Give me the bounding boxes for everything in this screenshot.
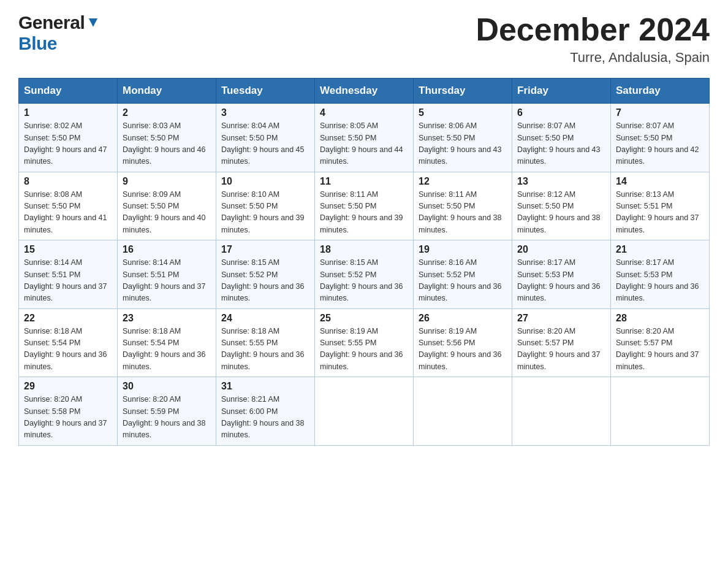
weekday-header-row: SundayMondayTuesdayWednesdayThursdayFrid… bbox=[19, 79, 710, 104]
day-info: Sunrise: 8:11 AMSunset: 5:50 PMDaylight:… bbox=[419, 190, 502, 234]
day-info: Sunrise: 8:08 AMSunset: 5:50 PMDaylight:… bbox=[24, 190, 107, 234]
day-info: Sunrise: 8:03 AMSunset: 5:50 PMDaylight:… bbox=[123, 121, 206, 166]
day-number: 26 bbox=[419, 313, 507, 324]
day-info: Sunrise: 8:04 AMSunset: 5:50 PMDaylight:… bbox=[221, 121, 305, 166]
calendar-week-row: 15 Sunrise: 8:14 AMSunset: 5:51 PMDaylig… bbox=[19, 240, 710, 309]
calendar-day-cell: 24 Sunrise: 8:18 AMSunset: 5:55 PMDaylig… bbox=[216, 308, 315, 377]
day-info: Sunrise: 8:15 AMSunset: 5:52 PMDaylight:… bbox=[221, 258, 305, 302]
day-number: 25 bbox=[320, 313, 408, 324]
day-info: Sunrise: 8:07 AMSunset: 5:50 PMDaylight:… bbox=[517, 121, 601, 166]
logo-arrow-icon bbox=[86, 16, 100, 32]
day-number: 28 bbox=[616, 313, 704, 324]
day-info: Sunrise: 8:09 AMSunset: 5:50 PMDaylight:… bbox=[123, 190, 206, 234]
calendar-body: 1 Sunrise: 8:02 AMSunset: 5:50 PMDayligh… bbox=[19, 104, 710, 446]
calendar-day-cell: 11 Sunrise: 8:11 AMSunset: 5:50 PMDaylig… bbox=[315, 172, 414, 240]
calendar-day-cell: 20 Sunrise: 8:17 AMSunset: 5:53 PMDaylig… bbox=[512, 240, 611, 309]
day-info: Sunrise: 8:20 AMSunset: 5:57 PMDaylight:… bbox=[517, 327, 601, 371]
day-info: Sunrise: 8:20 AMSunset: 5:57 PMDaylight:… bbox=[616, 327, 699, 371]
day-info: Sunrise: 8:14 AMSunset: 5:51 PMDaylight:… bbox=[24, 258, 107, 302]
calendar-day-cell: 14 Sunrise: 8:13 AMSunset: 5:51 PMDaylig… bbox=[611, 172, 710, 240]
calendar-day-cell: 1 Sunrise: 8:02 AMSunset: 5:50 PMDayligh… bbox=[19, 104, 118, 172]
calendar-day-cell bbox=[611, 377, 710, 446]
day-number: 5 bbox=[419, 107, 507, 118]
calendar-day-cell: 9 Sunrise: 8:09 AMSunset: 5:50 PMDayligh… bbox=[118, 172, 216, 240]
weekday-header-sunday: Sunday bbox=[19, 79, 118, 104]
day-number: 22 bbox=[24, 313, 112, 324]
day-number: 3 bbox=[221, 107, 309, 118]
day-number: 2 bbox=[123, 107, 211, 118]
logo-general-text: General bbox=[18, 12, 85, 33]
weekday-header-tuesday: Tuesday bbox=[216, 79, 315, 104]
calendar-day-cell: 26 Sunrise: 8:19 AMSunset: 5:56 PMDaylig… bbox=[414, 308, 512, 377]
day-number: 19 bbox=[419, 244, 507, 255]
calendar-day-cell: 22 Sunrise: 8:18 AMSunset: 5:54 PMDaylig… bbox=[19, 308, 118, 377]
day-number: 29 bbox=[24, 381, 112, 392]
day-number: 20 bbox=[517, 244, 605, 255]
calendar-day-cell: 8 Sunrise: 8:08 AMSunset: 5:50 PMDayligh… bbox=[19, 172, 118, 240]
calendar-day-cell: 23 Sunrise: 8:18 AMSunset: 5:54 PMDaylig… bbox=[118, 308, 216, 377]
calendar-day-cell: 5 Sunrise: 8:06 AMSunset: 5:50 PMDayligh… bbox=[414, 104, 512, 172]
month-title: December 2024 bbox=[476, 12, 710, 47]
day-info: Sunrise: 8:18 AMSunset: 5:55 PMDaylight:… bbox=[221, 327, 305, 371]
day-info: Sunrise: 8:13 AMSunset: 5:51 PMDaylight:… bbox=[616, 190, 699, 234]
day-info: Sunrise: 8:15 AMSunset: 5:52 PMDaylight:… bbox=[320, 258, 403, 302]
day-number: 16 bbox=[123, 244, 211, 255]
calendar-day-cell: 29 Sunrise: 8:20 AMSunset: 5:58 PMDaylig… bbox=[19, 377, 118, 446]
weekday-header-saturday: Saturday bbox=[611, 79, 710, 104]
day-info: Sunrise: 8:14 AMSunset: 5:51 PMDaylight:… bbox=[123, 258, 206, 302]
day-number: 21 bbox=[616, 244, 704, 255]
calendar-week-row: 1 Sunrise: 8:02 AMSunset: 5:50 PMDayligh… bbox=[19, 104, 710, 172]
day-info: Sunrise: 8:20 AMSunset: 5:58 PMDaylight:… bbox=[24, 395, 107, 439]
title-block: December 2024 Turre, Andalusia, Spain bbox=[476, 12, 710, 66]
calendar-header: SundayMondayTuesdayWednesdayThursdayFrid… bbox=[19, 79, 710, 104]
calendar-day-cell: 13 Sunrise: 8:12 AMSunset: 5:50 PMDaylig… bbox=[512, 172, 611, 240]
day-number: 10 bbox=[221, 176, 309, 187]
day-info: Sunrise: 8:18 AMSunset: 5:54 PMDaylight:… bbox=[24, 327, 107, 371]
logo-blue-text: Blue bbox=[18, 33, 57, 53]
day-number: 8 bbox=[24, 176, 112, 187]
day-info: Sunrise: 8:07 AMSunset: 5:50 PMDaylight:… bbox=[616, 121, 699, 166]
day-number: 23 bbox=[123, 313, 211, 324]
day-number: 12 bbox=[419, 176, 507, 187]
weekday-header-monday: Monday bbox=[118, 79, 216, 104]
day-info: Sunrise: 8:19 AMSunset: 5:56 PMDaylight:… bbox=[419, 327, 502, 371]
calendar-day-cell: 15 Sunrise: 8:14 AMSunset: 5:51 PMDaylig… bbox=[19, 240, 118, 309]
weekday-header-wednesday: Wednesday bbox=[315, 79, 414, 104]
day-number: 27 bbox=[517, 313, 605, 324]
day-info: Sunrise: 8:20 AMSunset: 5:59 PMDaylight:… bbox=[123, 395, 206, 439]
calendar-day-cell: 4 Sunrise: 8:05 AMSunset: 5:50 PMDayligh… bbox=[315, 104, 414, 172]
day-number: 15 bbox=[24, 244, 112, 255]
calendar-week-row: 22 Sunrise: 8:18 AMSunset: 5:54 PMDaylig… bbox=[19, 308, 710, 377]
calendar-day-cell: 25 Sunrise: 8:19 AMSunset: 5:55 PMDaylig… bbox=[315, 308, 414, 377]
day-info: Sunrise: 8:16 AMSunset: 5:52 PMDaylight:… bbox=[419, 258, 502, 302]
calendar-day-cell bbox=[414, 377, 512, 446]
day-number: 13 bbox=[517, 176, 605, 187]
day-info: Sunrise: 8:06 AMSunset: 5:50 PMDaylight:… bbox=[419, 121, 502, 166]
day-number: 30 bbox=[123, 381, 211, 392]
day-number: 18 bbox=[320, 244, 408, 255]
day-number: 31 bbox=[221, 381, 309, 392]
day-info: Sunrise: 8:21 AMSunset: 6:00 PMDaylight:… bbox=[221, 395, 305, 439]
calendar-day-cell: 28 Sunrise: 8:20 AMSunset: 5:57 PMDaylig… bbox=[611, 308, 710, 377]
calendar-day-cell: 21 Sunrise: 8:17 AMSunset: 5:53 PMDaylig… bbox=[611, 240, 710, 309]
calendar-table: SundayMondayTuesdayWednesdayThursdayFrid… bbox=[18, 78, 710, 446]
day-info: Sunrise: 8:19 AMSunset: 5:55 PMDaylight:… bbox=[320, 327, 403, 371]
day-number: 4 bbox=[320, 107, 408, 118]
location-text: Turre, Andalusia, Spain bbox=[476, 50, 710, 66]
day-number: 11 bbox=[320, 176, 408, 187]
calendar-day-cell: 16 Sunrise: 8:14 AMSunset: 5:51 PMDaylig… bbox=[118, 240, 216, 309]
calendar-day-cell: 31 Sunrise: 8:21 AMSunset: 6:00 PMDaylig… bbox=[216, 377, 315, 446]
weekday-header-thursday: Thursday bbox=[414, 79, 512, 104]
calendar-week-row: 8 Sunrise: 8:08 AMSunset: 5:50 PMDayligh… bbox=[19, 172, 710, 240]
day-info: Sunrise: 8:05 AMSunset: 5:50 PMDaylight:… bbox=[320, 121, 403, 166]
calendar-day-cell: 18 Sunrise: 8:15 AMSunset: 5:52 PMDaylig… bbox=[315, 240, 414, 309]
svg-marker-0 bbox=[89, 18, 97, 27]
day-number: 6 bbox=[517, 107, 605, 118]
weekday-header-friday: Friday bbox=[512, 79, 611, 104]
calendar-day-cell bbox=[512, 377, 611, 446]
calendar-day-cell: 2 Sunrise: 8:03 AMSunset: 5:50 PMDayligh… bbox=[118, 104, 216, 172]
day-info: Sunrise: 8:11 AMSunset: 5:50 PMDaylight:… bbox=[320, 190, 403, 234]
day-number: 14 bbox=[616, 176, 704, 187]
calendar-day-cell bbox=[315, 377, 414, 446]
day-info: Sunrise: 8:17 AMSunset: 5:53 PMDaylight:… bbox=[616, 258, 699, 302]
